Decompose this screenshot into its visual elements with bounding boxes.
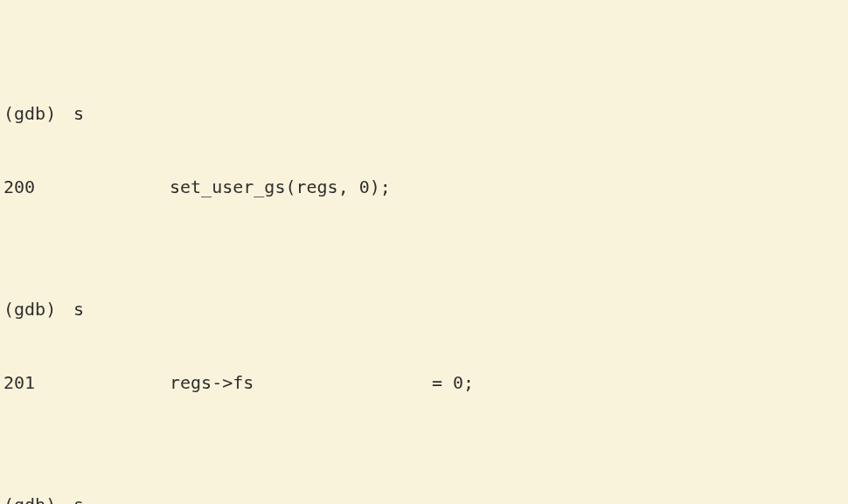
- gdb-prompt-row[interactable]: (gdb) s: [3, 101, 845, 126]
- source-lhs: regs->fs: [170, 370, 432, 395]
- line-number: 200: [3, 175, 170, 199]
- source-row: 201 regs->fs = 0;: [3, 370, 845, 395]
- source-rhs: = 0;: [432, 370, 474, 395]
- source-text: set_user_gs(regs, 0);: [170, 175, 391, 199]
- gdb-prompt: (gdb): [3, 297, 73, 321]
- gdb-command: s: [73, 297, 84, 321]
- gdb-prompt-row[interactable]: (gdb) s: [3, 297, 845, 321]
- gdb-prompt: (gdb): [3, 493, 73, 504]
- gdb-command: s: [73, 493, 84, 504]
- gdb-command: s: [73, 101, 84, 126]
- gdb-prompt: (gdb): [3, 101, 73, 126]
- gdb-terminal[interactable]: (gdb) s 200 set_user_gs(regs, 0); (gdb) …: [0, 0, 848, 504]
- source-row: 200 set_user_gs(regs, 0);: [3, 175, 845, 199]
- line-number: 201: [3, 370, 170, 395]
- gdb-prompt-row[interactable]: (gdb) s: [3, 493, 845, 504]
